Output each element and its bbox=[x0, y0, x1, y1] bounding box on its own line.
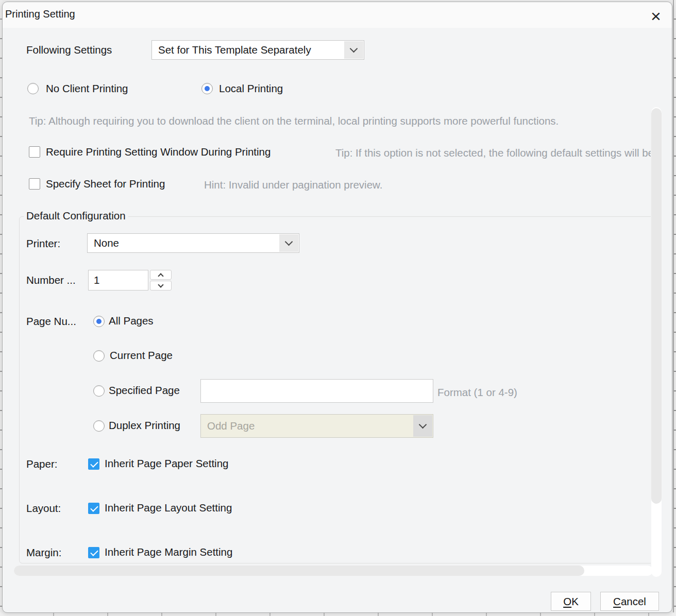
close-icon: × bbox=[651, 7, 661, 25]
current-page-label[interactable]: Current Page bbox=[110, 349, 173, 362]
no-client-printing-label[interactable]: No Client Printing bbox=[46, 82, 128, 95]
following-settings-select[interactable]: Set for This Template Separately bbox=[151, 40, 364, 60]
paper-label: Paper: bbox=[26, 458, 57, 470]
cancel-rest: ancel bbox=[621, 595, 646, 607]
ok-mnemonic: O bbox=[563, 595, 571, 607]
inherit-layout-label[interactable]: Inherit Page Layout Setting bbox=[105, 502, 232, 514]
radio-duplex-printing[interactable] bbox=[93, 420, 105, 432]
number-of-copies-input[interactable] bbox=[88, 270, 148, 290]
scroll-viewport: Tip: Although requiring you to download … bbox=[11, 106, 651, 566]
duplex-printing-label[interactable]: Duplex Printing bbox=[109, 419, 180, 432]
chevron-up-icon bbox=[158, 273, 163, 279]
title-bar: Printing Setting × bbox=[3, 2, 672, 28]
default-configuration-legend: Default Configuration bbox=[24, 210, 128, 222]
printer-select[interactable]: None bbox=[87, 233, 299, 253]
radio-local-printing[interactable] bbox=[201, 83, 213, 94]
radio-no-client-printing[interactable] bbox=[27, 83, 39, 94]
vertical-scrollbar-track[interactable] bbox=[651, 107, 662, 577]
local-printing-tip: Tip: Although requiring you to download … bbox=[29, 115, 559, 127]
margin-label: Margin: bbox=[26, 546, 61, 559]
following-settings-value: Set for This Template Separately bbox=[152, 41, 344, 59]
inherit-paper-label[interactable]: Inherit Page Paper Setting bbox=[105, 457, 228, 470]
layout-label: Layout: bbox=[26, 502, 61, 515]
horizontal-scrollbar-thumb[interactable] bbox=[14, 566, 584, 576]
background-ruler-bottom bbox=[0, 612, 676, 616]
radio-current-page[interactable] bbox=[93, 350, 105, 362]
following-settings-label: Following Settings bbox=[26, 44, 112, 56]
duplex-dropdown-button bbox=[413, 415, 432, 437]
following-settings-dropdown-button[interactable] bbox=[344, 41, 363, 59]
radio-all-pages[interactable] bbox=[93, 316, 105, 327]
ok-rest: K bbox=[571, 595, 579, 607]
number-increment-button[interactable] bbox=[150, 270, 172, 280]
specified-page-label[interactable]: Specified Page bbox=[109, 384, 180, 397]
vertical-scrollbar-thumb[interactable] bbox=[651, 108, 662, 504]
specify-sheet-label[interactable]: Specify Sheet for Printing bbox=[46, 178, 165, 190]
require-printing-window-checkbox[interactable] bbox=[29, 146, 40, 158]
specify-sheet-checkbox[interactable] bbox=[29, 178, 40, 190]
cancel-mnemonic: C bbox=[613, 595, 621, 607]
page-number-label: Page Nu... bbox=[26, 315, 76, 328]
inherit-margin-checkbox[interactable] bbox=[88, 547, 99, 558]
require-printing-window-tip: Tip: If this option is not selected, the… bbox=[335, 147, 651, 159]
background-ruler-right bbox=[673, 0, 676, 616]
chevron-down-icon bbox=[419, 421, 427, 429]
printer-dropdown-button[interactable] bbox=[279, 234, 298, 252]
chevron-down-icon bbox=[158, 282, 163, 287]
cancel-button[interactable]: Cancel bbox=[600, 592, 659, 611]
radio-specified-page[interactable] bbox=[93, 385, 105, 397]
number-of-copies-label: Number ... bbox=[26, 274, 76, 286]
dialog-title: Printing Setting bbox=[5, 8, 75, 20]
specified-page-input[interactable] bbox=[200, 379, 433, 403]
number-decrement-button[interactable] bbox=[150, 281, 172, 290]
close-button[interactable]: × bbox=[646, 6, 666, 26]
horizontal-scrollbar-track[interactable] bbox=[14, 566, 653, 576]
all-pages-label[interactable]: All Pages bbox=[109, 315, 154, 327]
duplex-page-select: Odd Page bbox=[200, 414, 433, 438]
duplex-page-value: Odd Page bbox=[201, 415, 413, 437]
require-printing-window-label[interactable]: Require Printing Setting Window During P… bbox=[46, 146, 271, 158]
local-printing-label[interactable]: Local Printing bbox=[219, 82, 283, 95]
specified-page-format-hint: Format (1 or 4-9) bbox=[437, 386, 517, 399]
inherit-margin-label[interactable]: Inherit Page Margin Setting bbox=[105, 546, 232, 558]
printing-setting-dialog: Printing Setting × Following Settings Se… bbox=[2, 2, 672, 613]
specify-sheet-hint: Hint: Invalid under pagination preview. bbox=[204, 179, 382, 191]
printer-value: None bbox=[88, 234, 279, 252]
chevron-down-icon bbox=[285, 238, 293, 246]
ok-button[interactable]: OK bbox=[551, 592, 591, 611]
inherit-paper-checkbox[interactable] bbox=[88, 458, 99, 470]
inherit-layout-checkbox[interactable] bbox=[88, 503, 99, 514]
chevron-down-icon bbox=[350, 45, 358, 53]
printer-label: Printer: bbox=[26, 237, 60, 250]
